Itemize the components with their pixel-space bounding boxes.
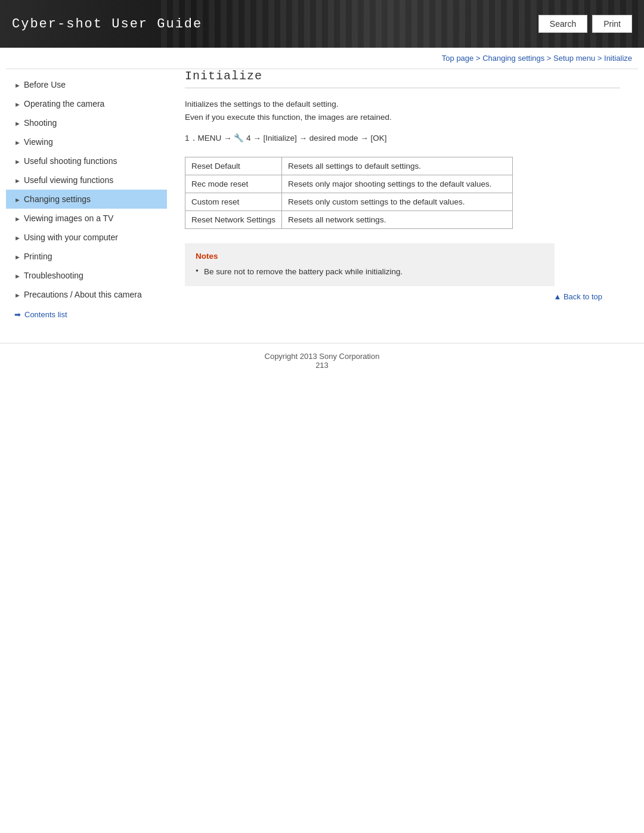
breadcrumb-changing-settings[interactable]: Changing settings xyxy=(482,54,544,63)
notes-box: Notes Be sure not to remove the battery … xyxy=(185,243,555,287)
table-cell-label: Reset Default xyxy=(185,157,282,175)
chevron-icon: ► xyxy=(14,158,20,164)
sidebar-label: Changing settings xyxy=(24,194,91,204)
back-to-top-link[interactable]: ▲ Back to top xyxy=(553,292,602,301)
search-button[interactable]: Search xyxy=(538,15,587,33)
notes-title: Notes xyxy=(196,252,544,261)
sidebar-label: Printing xyxy=(24,252,52,261)
app-title: Cyber-shot User Guide xyxy=(12,17,202,32)
chevron-icon: ► xyxy=(14,120,20,126)
sidebar-label: Viewing xyxy=(24,137,53,147)
instruction: 1．MENU → 🔧 4 → [Initialize] → desired mo… xyxy=(185,132,620,145)
sidebar-label: Useful shooting functions xyxy=(24,156,117,166)
chevron-icon: ► xyxy=(14,234,20,240)
notes-list: Be sure not to remove the battery pack w… xyxy=(196,265,544,278)
table-row: Reset Network SettingsResets all network… xyxy=(185,210,513,228)
sidebar-item-printing[interactable]: ► Printing xyxy=(6,247,167,266)
sidebar-label: Viewing images on a TV xyxy=(24,213,113,223)
sidebar-item-operating-camera[interactable]: ► Operating the camera xyxy=(6,94,167,113)
arrow-right-icon: ➡ xyxy=(14,310,21,319)
table-row: Custom resetResets only custom settings … xyxy=(185,193,513,210)
settings-table: Reset DefaultResets all settings to defa… xyxy=(185,157,513,229)
sidebar-label: Operating the camera xyxy=(24,99,104,109)
sidebar: ► Before Use ► Operating the camera ► Sh… xyxy=(6,69,167,331)
main-content: Initialize Initializes the settings to t… xyxy=(167,69,638,331)
sidebar-label: Useful viewing functions xyxy=(24,175,113,185)
sidebar-item-viewing[interactable]: ► Viewing xyxy=(6,132,167,151)
contents-list-link[interactable]: ➡ Contents list xyxy=(6,304,167,325)
table-cell-value: Resets all network settings. xyxy=(282,210,513,228)
layout: ► Before Use ► Operating the camera ► Sh… xyxy=(0,69,644,331)
description-line2: Even if you execute this function, the i… xyxy=(185,111,620,124)
table-cell-label: Rec mode reset xyxy=(185,175,282,193)
chevron-icon: ► xyxy=(14,139,20,145)
sidebar-label: Precautions / About this camera xyxy=(24,290,142,299)
description: Initializes the settings to the default … xyxy=(185,98,620,123)
sidebar-item-troubleshooting[interactable]: ► Troubleshooting xyxy=(6,266,167,285)
back-to-top-container: ▲ Back to top xyxy=(185,286,620,307)
sidebar-item-useful-shooting[interactable]: ► Useful shooting functions xyxy=(6,151,167,171)
description-line1: Initializes the settings to the default … xyxy=(185,98,620,111)
breadcrumb-initialize[interactable]: Initialize xyxy=(604,54,632,63)
page-number: 213 xyxy=(315,361,329,370)
settings-tbody: Reset DefaultResets all settings to defa… xyxy=(185,157,513,228)
sidebar-label: Shooting xyxy=(24,118,57,128)
chevron-icon: ► xyxy=(14,292,20,298)
sidebar-item-using-computer[interactable]: ► Using with your computer xyxy=(6,228,167,247)
table-cell-label: Custom reset xyxy=(185,193,282,210)
chevron-icon: ► xyxy=(14,196,20,202)
breadcrumb-top[interactable]: Top page xyxy=(442,54,474,63)
notes-item: Be sure not to remove the battery pack w… xyxy=(196,265,544,278)
sidebar-item-useful-viewing[interactable]: ► Useful viewing functions xyxy=(6,171,167,190)
table-cell-value: Resets all settings to default settings. xyxy=(282,157,513,175)
table-row: Rec mode resetResets only major shooting… xyxy=(185,175,513,193)
sidebar-item-viewing-tv[interactable]: ► Viewing images on a TV xyxy=(6,209,167,228)
sidebar-label: Troubleshooting xyxy=(24,271,83,280)
chevron-icon: ► xyxy=(14,177,20,183)
sidebar-item-changing-settings[interactable]: ► Changing settings xyxy=(6,190,167,209)
header: Cyber-shot User Guide Search Print xyxy=(0,0,644,48)
sidebar-label: Using with your computer xyxy=(24,233,118,242)
sidebar-item-shooting[interactable]: ► Shooting xyxy=(6,113,167,132)
breadcrumb: Top page > Changing settings > Setup men… xyxy=(0,48,644,69)
chevron-icon: ► xyxy=(14,101,20,107)
table-cell-value: Resets only custom settings to the defau… xyxy=(282,193,513,210)
print-button[interactable]: Print xyxy=(592,15,632,33)
header-buttons: Search Print xyxy=(538,15,632,33)
sidebar-item-precautions[interactable]: ► Precautions / About this camera xyxy=(6,285,167,304)
copyright-text: Copyright 2013 Sony Corporation xyxy=(265,352,380,361)
chevron-icon: ► xyxy=(14,253,20,259)
footer: Copyright 2013 Sony Corporation 213 xyxy=(0,343,644,378)
chevron-icon: ► xyxy=(14,215,20,221)
instruction-text: 1．MENU → 🔧 4 → [Initialize] → desired mo… xyxy=(185,134,387,143)
table-cell-value: Resets only major shooting settings to t… xyxy=(282,175,513,193)
table-cell-label: Reset Network Settings xyxy=(185,210,282,228)
chevron-icon: ► xyxy=(14,272,20,278)
page-title: Initialize xyxy=(185,69,620,88)
sidebar-item-before-use[interactable]: ► Before Use xyxy=(6,75,167,94)
contents-list-label: Contents list xyxy=(24,310,67,319)
breadcrumb-setup-menu[interactable]: Setup menu xyxy=(553,54,595,63)
sidebar-label: Before Use xyxy=(24,80,66,89)
chevron-icon: ► xyxy=(14,82,20,88)
table-row: Reset DefaultResets all settings to defa… xyxy=(185,157,513,175)
